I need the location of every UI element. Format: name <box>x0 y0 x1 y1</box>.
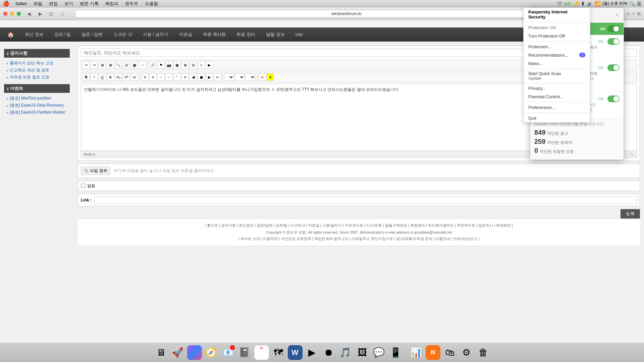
k-turn-off[interactable]: Turn Protection Off <box>524 32 590 40</box>
nav-info[interactable]: 알들 정보 <box>264 32 287 38</box>
hline-button[interactable]: ⊞ <box>181 61 189 69</box>
nav-qa[interactable]: 질문 / 답변 <box>79 32 105 38</box>
font-color-button[interactable]: A <box>259 73 266 81</box>
underline-button[interactable]: U <box>99 73 106 81</box>
dock-appstore[interactable]: 🛍 <box>442 345 457 360</box>
protection-toggle[interactable] <box>607 25 620 32</box>
k-quick-scan-update[interactable]: Start Quick Scan Update <box>524 70 590 82</box>
adguard-close-button[interactable]: ✕ <box>614 12 620 18</box>
nav-usage[interactable]: 사용 / 설치기 <box>141 32 170 38</box>
menu-edit[interactable]: 편집 <box>46 1 61 7</box>
dock-trash[interactable]: 🗑 <box>476 345 491 360</box>
dock-launchpad[interactable]: 🚀 <box>170 345 185 360</box>
bold-button[interactable]: B <box>83 73 90 81</box>
dock-preferences[interactable]: ⚙ <box>459 345 474 360</box>
sidebar-icon[interactable]: ⊞ <box>637 11 641 16</box>
emoticon-button[interactable]: ☺ <box>198 61 205 69</box>
arrow-up-icon[interactable]: ⬆ <box>581 1 585 6</box>
subscript-button[interactable]: X₂ <box>115 73 122 81</box>
notification-icon[interactable]: ☰ <box>637 1 641 6</box>
dock-calendar[interactable]: 25 <box>254 345 269 360</box>
dock-facetime[interactable]: 📱 <box>388 345 403 360</box>
menu-window[interactable]: 윈두우 <box>122 1 142 7</box>
dock-maps[interactable]: 🗺 <box>271 345 286 360</box>
dock-notes[interactable]: 📓 <box>237 345 252 360</box>
dock-finder[interactable]: 🖥 <box>154 345 168 360</box>
minimize-button[interactable] <box>10 12 14 16</box>
nav-home[interactable]: 🏠 <box>5 32 16 38</box>
menu-history[interactable]: 방문 기록 <box>76 1 102 7</box>
size-select[interactable]: 크기 <box>246 73 256 81</box>
dock-numbers[interactable]: 📊 <box>409 345 424 360</box>
nav-hw[interactable]: HW <box>293 32 305 37</box>
dock-messages[interactable]: 💬 <box>372 345 386 360</box>
k-recommendations[interactable]: Recommendations... 3 <box>524 51 590 59</box>
strikethrough-button[interactable]: S <box>107 73 114 81</box>
sidebar-link-policy[interactable]: 신고제도 개선 및 검토 <box>4 67 70 74</box>
bitwarden-icon[interactable]: 🔑 <box>573 1 579 6</box>
nav-latest[interactable]: 최신 정보 <box>23 32 46 38</box>
link-input[interactable] <box>94 196 637 204</box>
table-button[interactable]: ▦ <box>173 61 181 69</box>
submit-button[interactable]: 등록 <box>621 209 640 219</box>
nav-market[interactable]: 회원 장터 <box>234 32 257 38</box>
apple-menu[interactable]: 🍎 <box>0 0 12 7</box>
fullwidth-btn[interactable]: ↔ <box>139 61 146 69</box>
k-protection[interactable]: Protection... <box>524 43 590 51</box>
k-news[interactable]: News... <box>524 59 590 68</box>
media-button[interactable]: ▶ <box>206 61 213 69</box>
indent-button[interactable]: → <box>157 73 165 81</box>
format-select[interactable]: 본문 <box>224 73 234 81</box>
dock-dvd[interactable]: ⏺ <box>321 345 336 360</box>
k-privacy[interactable]: Privacy... <box>524 84 590 93</box>
copy-button[interactable]: ⊞ <box>99 61 106 69</box>
toggle-btn[interactable]: ⊡ <box>123 61 130 69</box>
align-left-button[interactable]: ◀ <box>190 73 197 81</box>
forward-button[interactable]: ▶ <box>37 10 44 17</box>
back-button[interactable]: ◀ <box>25 10 32 17</box>
file-attach-button[interactable]: 📎 파일 첨부 <box>81 167 110 175</box>
menu-view[interactable]: 보기 <box>61 1 76 7</box>
link-button[interactable]: 🔗 <box>149 61 157 69</box>
ad-block-toggle[interactable] <box>607 38 620 45</box>
menu-help[interactable]: 도움말 <box>142 1 161 7</box>
privacy-toggle[interactable] <box>607 64 620 71</box>
align-right-button[interactable]: ▶ <box>206 73 213 81</box>
dock-siri[interactable] <box>187 345 202 360</box>
clearformat-button[interactable]: Ix <box>131 73 138 81</box>
blockquote-button[interactable]: " <box>173 73 181 81</box>
search-icon[interactable]: 🔍 <box>629 1 635 6</box>
undo-button[interactable]: ↩ <box>83 61 90 69</box>
dock-music[interactable]: 🎵 <box>338 345 353 360</box>
sidebar-toggle-button[interactable]: ⊡ <box>48 10 54 17</box>
sidebar-event-easeus-data[interactable]: [종료] EaseUS Data Recovery <box>4 102 70 109</box>
redo-button[interactable]: ↪ <box>91 61 98 69</box>
html-btn[interactable]: ▦ <box>131 61 138 69</box>
sidebar-link-menu[interactable]: 홈페이지 상단 메뉴 고정 <box>4 60 70 67</box>
ul-button[interactable]: ≡ <box>149 73 157 81</box>
dock-photos[interactable]: 🖼 <box>355 345 370 360</box>
dock-quicktime[interactable]: ▶ <box>305 345 319 360</box>
special-char-button[interactable]: ⊟ <box>190 61 197 69</box>
close-button[interactable] <box>3 12 7 16</box>
dock-pages[interactable]: N <box>426 345 440 360</box>
kaspersky-icon[interactable]: 🛡 <box>557 1 562 6</box>
image-button[interactable]: 📷 <box>165 61 173 69</box>
find-button[interactable]: 🔍 <box>115 61 122 69</box>
volume-icon[interactable]: 🔊 <box>587 1 593 6</box>
nav-screenshot[interactable]: 스크린 샷 <box>111 32 134 38</box>
bg-color-button[interactable]: A <box>267 73 274 81</box>
code-button[interactable]: ≡ <box>181 73 189 81</box>
sidebar-event-easeus-partition[interactable]: [종료] EaseUS Partition Master <box>4 109 70 116</box>
sidebar-link-copyright[interactable]: 저적권 보호 협조 요청 <box>4 74 70 81</box>
k-quit[interactable]: Quit <box>524 114 590 122</box>
paste-button[interactable]: ⊠ <box>107 61 114 69</box>
outdent-button[interactable]: ← <box>165 73 173 81</box>
align-center-button[interactable]: ◼ <box>198 73 205 81</box>
dock-word[interactable]: W <box>288 345 303 360</box>
notify-checkbox[interactable] <box>81 184 85 188</box>
anchor-button[interactable]: ⚑ <box>157 61 165 69</box>
k-preferences[interactable]: Preferences... <box>524 103 590 112</box>
nav-freeboard[interactable]: 자유 게시판 <box>201 32 228 38</box>
nav-resources[interactable]: 자료실 <box>177 32 194 38</box>
